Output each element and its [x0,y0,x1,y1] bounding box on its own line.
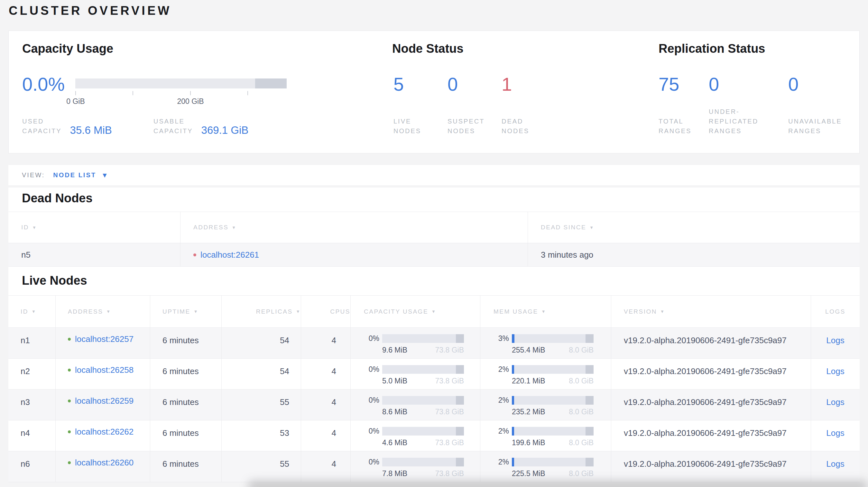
live-col-header-mem-usage[interactable]: MEM USAGE ▼ [480,296,611,328]
node-id: n3 [8,390,55,420]
column-label: DEAD SINCE [541,224,586,231]
capacity-pct: 0% [364,365,379,374]
live-col-header-address[interactable]: ADDRESS ▼ [55,296,150,328]
node-version: v19.2.0-alpha.20190606-2491-gfe735c9a97 [611,390,811,420]
node-list-panel: Dead Nodes ID ▼ ADDRESS ▼ DEAD SINCE ▼ n… [8,188,860,482]
suspect-nodes-count: 0 [447,73,502,95]
suspect-nodes-label: SUSPECT NODES [447,117,502,136]
stat-label: CAPACITY [153,126,193,136]
capacity-bar [382,365,464,374]
node-id: n2 [8,359,55,390]
live-nodes-count: 5 [394,73,447,95]
page-title: CLUSTER OVERVIEW [9,4,172,18]
live-col-header-id[interactable]: ID ▼ [8,296,55,328]
node-version: v19.2.0-alpha.20190606-2491-gfe735c9a97 [611,328,811,359]
node-address-cell: localhost:26262 [55,420,150,451]
dead-col-header-id[interactable]: ID ▼ [8,212,180,243]
unavailable-ranges-count: 0 [788,73,868,95]
capacity-axis-tick [190,91,191,95]
logs-link[interactable]: Logs [826,335,844,345]
node-id: n1 [8,328,55,359]
node-address-link[interactable]: localhost:26262 [75,427,133,437]
capacity-bar [382,334,464,343]
node-capacity-usage-cell: 0% 7.8 MiB73.8 GiB [350,451,480,482]
used-capacity-value: 35.6 MiB [70,125,112,136]
mem-bar [512,365,594,374]
node-address-cell: localhost:26259 [55,390,150,420]
node-address-cell: localhost:26258 [55,359,150,390]
node-uptime: 6 minutes [150,390,221,420]
dead-node-id: n5 [8,243,180,267]
node-address-link[interactable]: localhost:26260 [75,458,133,468]
capacity-pct: 0% [364,458,379,466]
cluster-summary-card: Capacity Usage 0.0% 0 GiB 200 GiB USED C… [8,31,860,154]
usable-capacity-stat: USABLE CAPACITY 369.1 GiB [153,117,248,136]
column-label: LOGS [825,308,845,315]
live-col-header-replicas[interactable]: REPLICAS ▼ [221,296,301,328]
dead-col-header-dead-since[interactable]: DEAD SINCE ▼ [528,212,860,243]
stat-label: CAPACITY [22,126,62,136]
mem-pct: 2% [494,365,509,374]
capacity-pct: 0% [364,427,379,435]
logs-link[interactable]: Logs [826,366,844,376]
dead-node-address-cell: localhost:26261 [180,243,528,267]
node-mem-usage-cell: 2% 220.1 MiB8.0 GiB [480,359,611,390]
dead-nodes-heading: Dead Nodes [22,191,93,205]
mem-total: 8.0 GiB [569,439,594,447]
capacity-bar [382,396,464,404]
node-logs-cell: Logs [811,420,860,451]
capacity-axis-label-200: 200 GiB [168,97,213,106]
column-label: CAPACITY USAGE [364,308,428,315]
live-status-dot-icon [68,399,71,402]
node-replicas: 54 [221,328,301,359]
live-nodes-heading: Live Nodes [22,274,87,288]
node-capacity-usage-cell: 0% 5.0 MiB73.8 GiB [350,359,480,390]
node-cpus: 4 [301,328,350,359]
live-col-header-uptime[interactable]: UPTIME ▼ [150,296,221,328]
column-label: MEM USAGE [494,308,538,315]
live-status-dot-icon [68,338,71,340]
capacity-used: 5.0 MiB [382,377,407,385]
chevron-down-icon: ▼ [101,171,108,179]
under-replicated-ranges-label: UNDER- REPLICATED RANGES [709,107,788,136]
node-cpus: 4 [301,420,350,451]
used-capacity-stat: USED CAPACITY 35.6 MiB [22,117,112,136]
mem-pct: 2% [494,396,509,404]
live-nodes-label: LIVE NODES [394,117,447,136]
node-address-link[interactable]: localhost:26257 [75,334,133,344]
live-col-header-capacity-usage[interactable]: CAPACITY USAGE ▼ [350,296,480,328]
live-col-header-version[interactable]: VERSION ▼ [611,296,811,328]
capacity-total: 73.8 GiB [435,439,464,447]
column-label: ADDRESS [68,308,103,315]
node-cpus: 4 [301,390,350,420]
view-selector-dropdown[interactable]: NODE LIST ▼ [53,171,108,179]
logs-link[interactable]: Logs [826,459,844,469]
node-replicas: 55 [221,390,301,420]
mem-total: 8.0 GiB [569,377,594,385]
capacity-bar-nonusable-segment [255,78,287,89]
node-replicas: 54 [221,359,301,390]
sort-desc-icon: ▼ [32,309,36,314]
capacity-usage-bar [75,78,287,89]
cluster-overview-page: { "page": { "title": "CLUSTER OVERVIEW" … [0,0,868,487]
capacity-total: 73.8 GiB [435,346,464,355]
sort-desc-icon: ▼ [106,309,111,314]
live-col-header-logs: LOGS [811,296,860,328]
mem-used: 199.6 MiB [512,439,545,447]
mem-total: 8.0 GiB [569,346,594,355]
dead-node-address-link[interactable]: localhost:26261 [200,250,259,260]
dead-col-header-address[interactable]: ADDRESS ▼ [180,212,528,243]
capacity-used: 8.6 MiB [382,408,407,416]
node-address-link[interactable]: localhost:26259 [75,396,133,406]
logs-link[interactable]: Logs [826,428,844,438]
column-label: UPTIME [162,308,190,315]
view-label: VIEW: [22,171,45,179]
node-mem-usage-cell: 2% 199.6 MiB8.0 GiB [480,420,611,451]
node-uptime: 6 minutes [150,420,221,451]
capacity-bar [382,427,464,435]
live-col-header-cpus[interactable]: CPUS [301,296,350,328]
sort-desc-icon: ▼ [231,225,237,230]
logs-link[interactable]: Logs [826,397,844,407]
mem-used: 235.2 MiB [512,408,545,416]
node-address-link[interactable]: localhost:26258 [75,365,133,375]
